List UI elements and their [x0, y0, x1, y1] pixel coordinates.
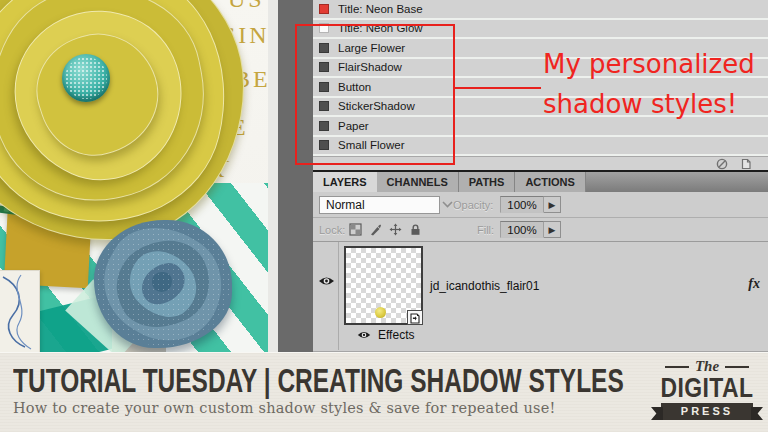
styles-panel-footer [313, 156, 768, 170]
fill-value-field[interactable]: 100% [500, 221, 544, 238]
logo-dash [725, 366, 749, 368]
opacity-value-field[interactable]: 100% [500, 196, 544, 213]
style-label: Button [338, 81, 371, 93]
stamp-paper [0, 270, 40, 352]
thumbnail-flower-dot [375, 307, 386, 318]
lock-pixels-brush-icon[interactable] [369, 223, 382, 236]
style-label: Small Flower [338, 139, 404, 151]
eye-icon[interactable] [357, 330, 371, 340]
lock-label: Lock: [319, 224, 345, 236]
effects-label: Effects [378, 328, 414, 342]
lock-row: Lock: [313, 218, 768, 242]
lock-transparency-icon[interactable] [349, 223, 362, 236]
digital-press-logo: The DIGITAL PRESS [650, 358, 764, 420]
screen: US SIN BE BE A R EVER [0, 0, 768, 432]
tutorial-banner: TUTORIAL TUESDAY | CREATING SHADOW STYLE… [0, 352, 768, 432]
style-swatch [319, 140, 329, 150]
eye-icon[interactable] [318, 275, 335, 287]
style-swatch [319, 23, 329, 33]
visibility-column [313, 242, 339, 350]
layers-panel: LAYERS CHANNELS PATHS ACTIONS Normal Opa… [313, 170, 768, 352]
blend-mode-select[interactable]: Normal [319, 196, 440, 214]
scrapbook-preview-image: US SIN BE BE A R EVER [0, 0, 268, 352]
effects-row[interactable]: Effects [357, 328, 414, 342]
clear-style-icon[interactable] [716, 158, 728, 170]
style-item[interactable]: Title: Neon Glow [313, 20, 768, 40]
tab-actions[interactable]: ACTIONS [515, 172, 586, 192]
collage-edge [268, 0, 278, 352]
chevron-down-icon[interactable] [442, 201, 453, 208]
layer-thumbnail[interactable] [344, 246, 423, 325]
layer-style-badge-icon [407, 310, 423, 325]
blend-mode-row: Normal Opacity: 100% ▶ [313, 192, 768, 218]
style-item[interactable]: Small Flower [313, 137, 768, 157]
logo-dash [665, 366, 689, 368]
opacity-label: Opacity: [453, 199, 493, 211]
new-style-icon[interactable] [740, 158, 752, 170]
fill-slider-arrow[interactable]: ▶ [544, 221, 561, 238]
annotation-connector-line [455, 87, 541, 89]
layer-list: jd_icandothis_flair01 fx Effects [313, 242, 768, 350]
style-label: StickerShadow [338, 100, 415, 112]
layer-name[interactable]: jd_icandothis_flair01 [430, 279, 539, 293]
blue-doodle [0, 271, 39, 352]
style-label: FlairShadow [338, 61, 402, 73]
style-swatch [319, 101, 329, 111]
teal-glitter-button [62, 54, 110, 102]
lock-position-move-icon[interactable] [389, 223, 402, 236]
tab-channels[interactable]: CHANNELS [377, 172, 459, 192]
annotation-text: My personalized shadow styles! [543, 44, 755, 124]
style-swatch [319, 82, 329, 92]
style-label: Title: Neon Base [338, 3, 423, 15]
fx-badge: fx [748, 276, 760, 292]
panel-tabbar: LAYERS CHANNELS PATHS ACTIONS [313, 170, 768, 192]
tab-paths[interactable]: PATHS [459, 172, 516, 192]
style-swatch [319, 43, 329, 53]
lock-all-icon[interactable] [409, 223, 422, 236]
style-label: Large Flower [338, 42, 405, 54]
style-swatch [319, 62, 329, 72]
logo-press-ribbon: PRESS [661, 403, 753, 420]
fill-label: Fill: [477, 224, 494, 236]
banner-subtitle: How to create your own custom shadow sty… [13, 400, 555, 416]
style-swatch [319, 4, 329, 14]
workspace-gutter [278, 0, 313, 352]
tab-layers[interactable]: LAYERS [313, 172, 377, 192]
blue-resin-rose [94, 220, 232, 348]
style-item[interactable]: Title: Neon Base [313, 0, 768, 20]
yellow-paper-flower [0, 0, 244, 240]
banner-title: TUTORIAL TUESDAY | CREATING SHADOW STYLE… [13, 361, 624, 400]
style-label: Title: Neon Glow [338, 22, 423, 34]
style-swatch [319, 121, 329, 131]
logo-digital: DIGITAL [659, 375, 756, 401]
opacity-slider-arrow[interactable]: ▶ [544, 196, 561, 213]
style-label: Paper [338, 120, 369, 132]
